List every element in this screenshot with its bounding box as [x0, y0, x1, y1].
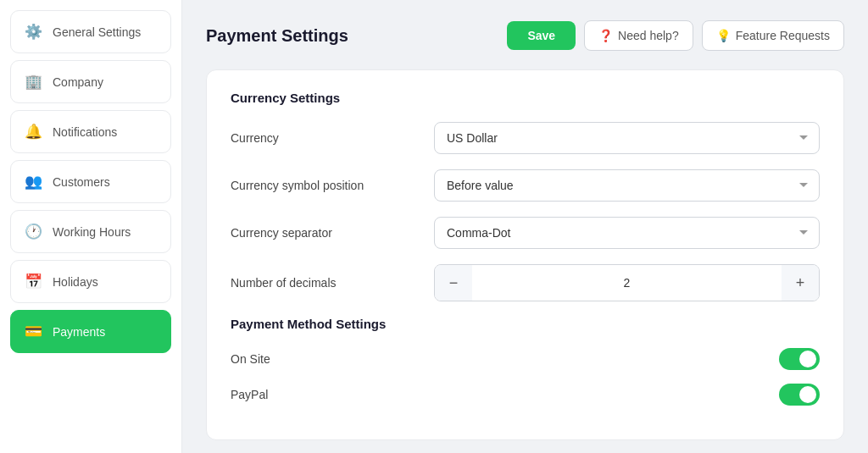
- header-actions: Save ❓ Need help? 💡 Feature Requests: [507, 20, 844, 51]
- lightbulb-icon: 💡: [716, 29, 731, 42]
- sidebar-item-label: Company: [53, 75, 103, 89]
- content-card: Currency Settings Currency US Dollar Eur…: [206, 69, 844, 440]
- increment-button[interactable]: +: [782, 265, 819, 301]
- sidebar-item-working-hours[interactable]: 🕐 Working Hours: [10, 210, 171, 253]
- on-site-toggle[interactable]: [779, 348, 820, 370]
- sidebar-item-holidays[interactable]: 📅 Holidays: [10, 260, 171, 303]
- page-title: Payment Settings: [206, 26, 348, 46]
- sidebar-item-label: Holidays: [53, 275, 98, 289]
- building-icon: 🏢: [25, 73, 42, 91]
- bell-icon: 🔔: [25, 123, 42, 141]
- gear-icon: ⚙️: [25, 23, 42, 41]
- paypal-slider: [779, 384, 820, 406]
- sidebar-item-customers[interactable]: 👥 Customers: [10, 160, 171, 203]
- symbol-position-control: Before value After value: [434, 169, 820, 202]
- main-content: Payment Settings Save ❓ Need help? 💡 Fea…: [182, 0, 868, 453]
- on-site-row: On Site: [231, 348, 820, 370]
- paypal-label: PayPal: [231, 388, 779, 401]
- sidebar-item-payments[interactable]: 💳 Payments: [10, 310, 171, 353]
- decimals-label: Number of decimals: [231, 276, 434, 290]
- sidebar-item-label: Working Hours: [53, 225, 131, 239]
- feature-requests-button[interactable]: 💡 Feature Requests: [702, 20, 844, 51]
- currency-select[interactable]: US Dollar Euro British Pound: [434, 122, 820, 154]
- separator-label: Currency separator: [231, 226, 434, 240]
- sidebar-item-notifications[interactable]: 🔔 Notifications: [10, 110, 171, 153]
- clock-icon: 🕐: [25, 223, 42, 240]
- page-header: Payment Settings Save ❓ Need help? 💡 Fea…: [206, 20, 844, 51]
- users-icon: 👥: [25, 173, 42, 191]
- decimals-control: − +: [434, 264, 820, 301]
- save-button[interactable]: Save: [507, 21, 576, 50]
- calendar-icon: 📅: [25, 273, 42, 290]
- separator-row: Currency separator Comma-Dot Dot-Comma S…: [231, 217, 820, 249]
- sidebar-item-label: Customers: [53, 175, 110, 189]
- currency-settings-section: Currency Settings Currency US Dollar Eur…: [231, 91, 820, 301]
- number-stepper: − +: [434, 264, 820, 301]
- symbol-position-select[interactable]: Before value After value: [434, 169, 820, 202]
- decimals-input[interactable]: [472, 265, 782, 301]
- sidebar-item-general-settings[interactable]: ⚙️ General Settings: [10, 10, 171, 53]
- separator-control: Comma-Dot Dot-Comma Space-Comma: [434, 217, 820, 249]
- sidebar-item-label: Payments: [53, 325, 105, 339]
- on-site-slider: [779, 348, 820, 370]
- paypal-toggle[interactable]: [779, 384, 820, 406]
- payment-method-section: Payment Method Settings On Site PayPal: [231, 317, 820, 406]
- symbol-position-label: Currency symbol position: [231, 179, 434, 192]
- sidebar-item-company[interactable]: 🏢 Company: [10, 60, 171, 103]
- symbol-position-row: Currency symbol position Before value Af…: [231, 169, 820, 202]
- decrement-button[interactable]: −: [435, 265, 472, 301]
- currency-label: Currency: [231, 131, 434, 145]
- sidebar-item-label: Notifications: [53, 125, 117, 139]
- need-help-button[interactable]: ❓ Need help?: [584, 20, 693, 51]
- currency-control: US Dollar Euro British Pound: [434, 122, 820, 154]
- on-site-label: On Site: [231, 352, 779, 366]
- paypal-row: PayPal: [231, 384, 820, 406]
- sidebar: ⚙️ General Settings 🏢 Company 🔔 Notifica…: [0, 0, 182, 453]
- separator-select[interactable]: Comma-Dot Dot-Comma Space-Comma: [434, 217, 820, 249]
- currency-section-title: Currency Settings: [231, 91, 820, 105]
- decimals-row: Number of decimals − +: [231, 264, 820, 301]
- question-icon: ❓: [598, 29, 613, 42]
- sidebar-item-label: General Settings: [53, 25, 141, 39]
- currency-row: Currency US Dollar Euro British Pound: [231, 122, 820, 154]
- credit-card-icon: 💳: [25, 323, 42, 340]
- payment-method-section-title: Payment Method Settings: [231, 317, 820, 331]
